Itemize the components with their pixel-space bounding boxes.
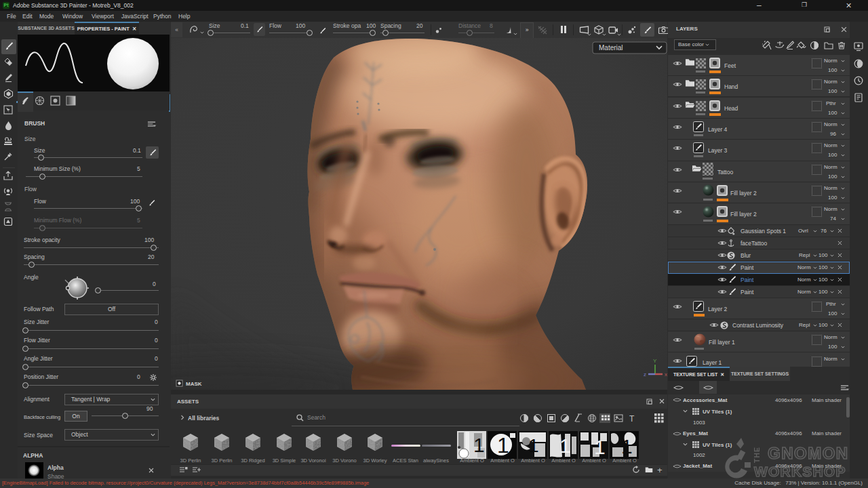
svg-text:3D Simple: 3D Simple — [273, 458, 296, 464]
svg-text:x: x — [665, 371, 667, 378]
svg-text:3D Ridged: 3D Ridged — [241, 458, 264, 464]
svg-text:3D Voronoi: 3D Voronoi — [300, 458, 326, 464]
svg-text:3D Vorono: 3D Vorono — [332, 458, 356, 464]
svg-text:1: 1 — [559, 434, 571, 457]
svg-text:1: 1 — [621, 435, 633, 458]
svg-text:ACES Stan: ACES Stan — [393, 458, 418, 464]
svg-text:WORKSHOP: WORKSHOP — [754, 464, 846, 479]
svg-text:Y: Y — [653, 358, 657, 364]
svg-text:z: z — [644, 371, 646, 378]
svg-text:GNOMON: GNOMON — [768, 444, 849, 462]
svg-text:THE: THE — [753, 447, 761, 463]
svg-text:3D Perlin: 3D Perlin — [180, 458, 201, 464]
svg-text:1: 1 — [594, 436, 606, 458]
svg-text:alwaySines: alwaySines — [423, 458, 449, 464]
svg-text:3D Perlin: 3D Perlin — [212, 458, 233, 464]
svg-text:T: T — [629, 414, 635, 424]
svg-text:1: 1 — [473, 434, 485, 456]
svg-text:Material: Material — [599, 44, 623, 52]
svg-text:1: 1 — [528, 435, 539, 456]
svg-text:1: 1 — [497, 433, 509, 458]
svg-text:MASK: MASK — [186, 381, 202, 387]
svg-text:3D Worley: 3D Worley — [363, 458, 387, 464]
